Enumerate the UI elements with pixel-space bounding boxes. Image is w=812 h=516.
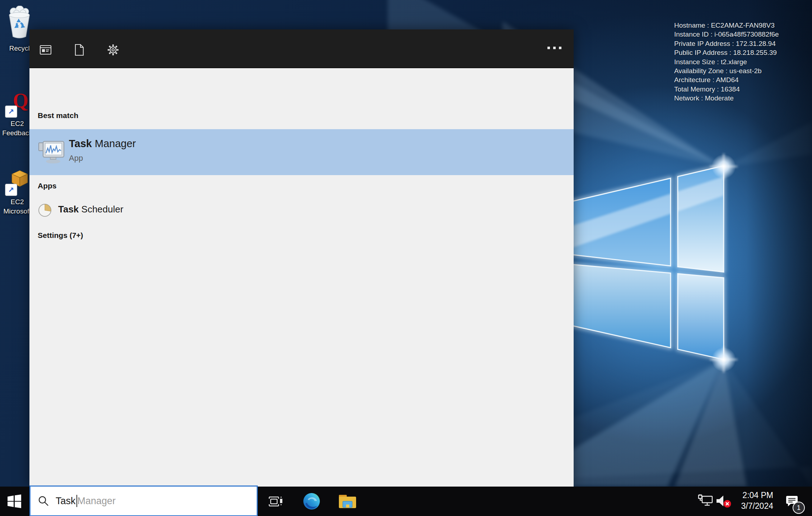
ec2-instance-info: Hostname : EC2AMAZ-FAN98V3 Instance ID :… [674, 21, 779, 103]
search-filter-bar [29, 29, 574, 68]
ec2-info-line: Availability Zone : us-east-2b [674, 66, 779, 75]
ec2-info-line: Instance ID : i-065a48f5730882f6e [674, 30, 779, 39]
desktop-icon-recycle-bin[interactable]: Recycle Bin [6, 6, 32, 41]
ec2-info-line: Network : Moderate [674, 94, 779, 103]
recycle-bin-icon [6, 6, 32, 39]
search-icon [38, 495, 49, 507]
filter-settings-button[interactable] [107, 44, 119, 56]
ec2-info-line: Public IP Address : 18.218.255.39 [674, 48, 779, 57]
network-icon [697, 494, 714, 508]
search-results-panel: Best match Task Manager App Apps [29, 29, 574, 487]
result-task-scheduler[interactable]: Task Scheduler [29, 197, 574, 224]
section-header-apps: Apps [38, 182, 57, 190]
taskbar: Task Manager [0, 487, 812, 516]
result-subtitle: App [69, 154, 83, 163]
windows-logo-icon [7, 494, 22, 508]
task-scheduler-icon [38, 203, 52, 217]
apps-icon [39, 44, 52, 56]
file-explorer-button[interactable] [336, 487, 359, 516]
clock-date: 3/7/2024 [728, 501, 773, 511]
search-input-text: Task Manager [56, 495, 116, 507]
text-cursor [76, 495, 77, 507]
edge-browser-button[interactable] [300, 487, 323, 516]
ec2-info-line: Instance Size : t2.xlarge [674, 57, 779, 66]
desktop-icon-label-line2: Feedback [2, 128, 32, 138]
shortcut-arrow-icon: ↗ [5, 105, 17, 118]
filter-documents-button[interactable] [73, 44, 85, 56]
ec2-info-line: Hostname : EC2AMAZ-FAN98V3 [674, 21, 779, 30]
section-header-best-match: Best match [38, 111, 78, 120]
ec2-info-line: Architecture : AMD64 [674, 75, 779, 84]
more-icon [553, 47, 556, 49]
edge-icon [303, 492, 321, 510]
gear-icon [107, 43, 119, 56]
more-icon [547, 47, 550, 49]
tray-clock[interactable]: 2:04 PM 3/7/2024 [728, 490, 773, 511]
network-tray-button[interactable] [696, 487, 716, 516]
desktop-icon-label-line1: EC2 [11, 197, 24, 207]
notification-badge[interactable]: 1 [793, 502, 805, 514]
desktop-icon-label-line2: Microsoft [3, 207, 31, 216]
shortcut-arrow-icon: ↗ [5, 184, 17, 196]
start-button[interactable] [0, 487, 29, 516]
section-header-settings[interactable]: Settings (7+) [38, 231, 83, 240]
result-title: Task Manager [69, 138, 136, 150]
search-typed-text: Task [56, 496, 76, 507]
filter-apps-button[interactable] [39, 44, 52, 56]
result-title: Task Scheduler [58, 204, 123, 215]
ec2-info-line: Private IP Address : 172.31.28.94 [674, 39, 779, 48]
task-view-button[interactable] [263, 487, 286, 516]
taskbar-search-input[interactable]: Task Manager [29, 485, 258, 516]
more-icon [559, 47, 561, 49]
task-manager-icon [37, 138, 66, 166]
search-suggestion-text: Manager [78, 496, 116, 507]
document-icon [74, 44, 84, 56]
clock-time: 2:04 PM [728, 490, 773, 501]
task-view-icon [267, 493, 283, 510]
search-results-body: Best match Task Manager App Apps [29, 68, 574, 487]
more-filters-button[interactable] [547, 47, 561, 49]
desktop-icon-label-line1: EC2 [11, 119, 24, 128]
file-explorer-icon [338, 493, 357, 509]
ec2-info-line: Total Memory : 16384 [674, 85, 779, 94]
result-task-manager[interactable]: Task Manager App [29, 129, 574, 175]
